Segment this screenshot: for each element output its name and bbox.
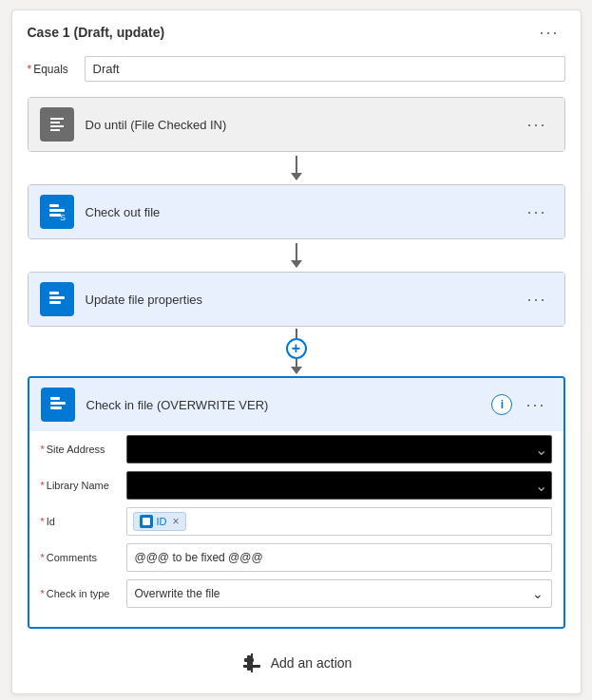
token-close-button[interactable]: × bbox=[173, 515, 180, 528]
update-file-title: Update file properties bbox=[86, 293, 522, 307]
connector-arrow-1 bbox=[291, 173, 302, 180]
library-name-label: *Library Name bbox=[41, 480, 126, 491]
svg-rect-6 bbox=[49, 301, 61, 304]
connector-arrow-3 bbox=[291, 367, 302, 374]
comments-row: *Comments bbox=[41, 543, 552, 572]
connector-line-4 bbox=[296, 359, 297, 367]
update-file-menu-button[interactable]: ··· bbox=[521, 289, 552, 310]
chevron-down-icon: ⌄ bbox=[532, 586, 544, 601]
card-header: Case 1 (Draft, update) ··· bbox=[28, 22, 565, 43]
comments-input[interactable] bbox=[126, 543, 552, 572]
svg-rect-11 bbox=[247, 655, 251, 671]
id-token-chip: ID × bbox=[133, 512, 186, 531]
update-file-block: Update file properties ··· bbox=[28, 272, 565, 327]
site-address-input[interactable]: ⌄ bbox=[126, 435, 552, 464]
id-label: *Id bbox=[41, 516, 126, 527]
check-in-icon bbox=[41, 388, 75, 422]
check-in-type-value: Overwrite the file bbox=[135, 587, 532, 600]
sharepoint-token-icon bbox=[140, 515, 153, 528]
check-out-icon: S bbox=[40, 195, 74, 229]
check-out-controls: ··· bbox=[521, 201, 552, 222]
check-in-menu-button[interactable]: ··· bbox=[520, 394, 551, 415]
check-out-title: Check out file bbox=[86, 205, 522, 219]
connector-line-3 bbox=[296, 329, 297, 338]
svg-rect-1 bbox=[49, 209, 65, 212]
check-out-header[interactable]: S Check out file ··· bbox=[29, 185, 564, 238]
info-button[interactable]: i bbox=[491, 394, 512, 415]
connector-line-2 bbox=[296, 243, 297, 260]
check-in-controls: i ··· bbox=[491, 394, 551, 415]
equals-input[interactable] bbox=[85, 56, 565, 82]
site-address-label: *Site Address bbox=[41, 444, 126, 455]
connector-line-1 bbox=[296, 156, 297, 173]
check-out-menu-button[interactable]: ··· bbox=[521, 201, 552, 222]
add-action-label: Add an action bbox=[271, 655, 353, 671]
check-in-type-row: *Check in type Overwrite the file ⌄ bbox=[41, 579, 552, 608]
connector-1 bbox=[28, 156, 565, 180]
update-file-header[interactable]: Update file properties ··· bbox=[29, 273, 564, 326]
do-until-icon bbox=[40, 107, 74, 142]
svg-rect-7 bbox=[50, 397, 60, 400]
add-action-icon bbox=[240, 652, 263, 674]
svg-rect-0 bbox=[49, 204, 59, 207]
do-until-header[interactable]: Do until (File Checked IN) ··· bbox=[29, 98, 564, 151]
main-card: Case 1 (Draft, update) ··· *Equals Do un… bbox=[11, 9, 582, 694]
do-until-block: Do until (File Checked IN) ··· bbox=[28, 97, 565, 152]
add-action-container[interactable]: Add an action bbox=[28, 652, 565, 674]
site-address-row: *Site Address ⌄ bbox=[41, 435, 552, 464]
check-in-type-select[interactable]: Overwrite the file ⌄ bbox=[126, 579, 552, 608]
do-until-menu-button[interactable]: ··· bbox=[521, 114, 552, 135]
token-label: ID bbox=[157, 516, 167, 527]
svg-rect-8 bbox=[50, 402, 66, 405]
do-until-controls: ··· bbox=[521, 114, 552, 135]
check-in-title: Check in file (OVERWRITE VER) bbox=[86, 398, 492, 412]
add-step-button[interactable]: + bbox=[286, 338, 307, 359]
connector-plus: + bbox=[28, 329, 565, 374]
check-in-block: Check in file (OVERWRITE VER) i ··· *Sit… bbox=[28, 376, 565, 629]
update-file-icon bbox=[40, 282, 74, 316]
check-in-header[interactable]: Check in file (OVERWRITE VER) i ··· bbox=[29, 378, 563, 431]
card-title: Case 1 (Draft, update) bbox=[28, 25, 165, 40]
id-row: *Id ID × bbox=[41, 507, 552, 536]
do-until-title: Do until (File Checked IN) bbox=[86, 118, 522, 132]
comments-label: *Comments bbox=[41, 552, 126, 563]
svg-rect-5 bbox=[49, 296, 65, 299]
svg-text:S: S bbox=[60, 213, 66, 221]
svg-rect-10 bbox=[143, 518, 150, 525]
equals-label: *Equals bbox=[28, 63, 85, 76]
library-name-row: *Library Name ⌄ bbox=[41, 471, 552, 500]
connector-arrow-2 bbox=[291, 260, 302, 268]
card-menu-button[interactable]: ··· bbox=[533, 22, 564, 43]
svg-rect-4 bbox=[49, 292, 59, 294]
check-out-block: S Check out file ··· bbox=[28, 184, 565, 239]
connector-2 bbox=[28, 243, 565, 268]
library-name-input[interactable]: ⌄ bbox=[126, 471, 552, 500]
update-file-controls: ··· bbox=[521, 289, 552, 310]
check-in-fields: *Site Address ⌄ *Library Name ⌄ *Id bbox=[29, 431, 563, 627]
check-in-type-label: *Check in type bbox=[41, 588, 126, 599]
equals-field-row: *Equals bbox=[28, 56, 565, 82]
svg-rect-9 bbox=[50, 407, 62, 409]
id-input[interactable]: ID × bbox=[126, 507, 552, 536]
required-star: * bbox=[28, 63, 32, 76]
